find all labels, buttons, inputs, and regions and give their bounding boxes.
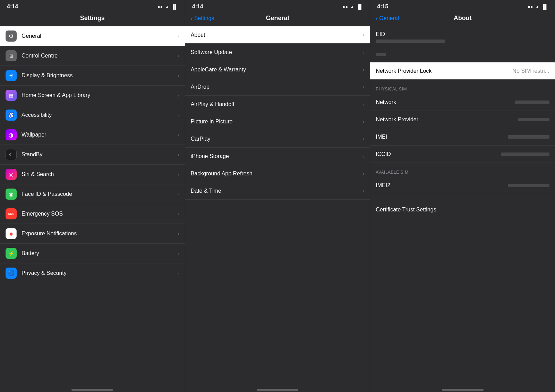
- standby-icon: ☾: [6, 149, 17, 160]
- imei-title: IMEI: [376, 134, 387, 140]
- status-time-1: 4:14: [7, 3, 18, 10]
- settings-row-privacy[interactable]: 🔵 Privacy & Security ›: [0, 263, 185, 283]
- siri-icon: ◎: [6, 169, 17, 180]
- general-row-storage[interactable]: iPhone Storage ›: [185, 148, 370, 165]
- applecare-label: AppleCare & Warranty: [191, 67, 246, 73]
- about-row-iccid: ICCID: [370, 146, 555, 163]
- imei2-title: IMEI2: [376, 182, 390, 189]
- settings-row-homescreen[interactable]: ▦ Home Screen & App Library ›: [0, 86, 185, 105]
- battery-icon-2: ▐▌: [357, 4, 363, 9]
- signal-icon-1: ●●: [157, 4, 163, 9]
- general-row-airdrop[interactable]: AirDrop ›: [185, 78, 370, 96]
- faceid-label: Face ID & Passcode: [22, 191, 178, 197]
- faceid-icon: ◉: [6, 189, 17, 200]
- home-bar-3: [442, 389, 484, 391]
- about-list[interactable]: EID Network Provider Lock No SIM restri.…: [370, 26, 555, 385]
- settings-row-siri[interactable]: ◎ Siri & Search ›: [0, 165, 185, 184]
- home-bar-1: [71, 389, 113, 391]
- privacy-label: Privacy & Security: [22, 270, 178, 276]
- settings-row-standby[interactable]: ☾ StandBy ›: [0, 145, 185, 165]
- general-list[interactable]: About › Software Update › AppleCare & Wa…: [185, 26, 370, 385]
- chevron-sos: ›: [178, 211, 179, 217]
- nav-bar-1: Settings: [0, 12, 185, 26]
- status-icons-1: ●● ▲ ▐▌: [157, 4, 178, 9]
- chevron-about: ›: [362, 32, 364, 38]
- general-row-applecare[interactable]: AppleCare & Warranty ›: [185, 61, 370, 78]
- nplock-value: No SIM restri...: [512, 68, 549, 74]
- eid-title: EID: [376, 31, 385, 37]
- status-icons-2: ●● ▲ ▐▌: [342, 4, 363, 9]
- settings-row-exposure[interactable]: ● Exposure Notifications ›: [0, 224, 185, 244]
- nav-title-2: General: [266, 15, 289, 22]
- sos-icon: SOS: [6, 208, 17, 219]
- netprovider-title: Network Provider: [376, 116, 418, 123]
- chevron-faceid: ›: [178, 191, 179, 197]
- chevron-bgrefresh: ›: [362, 171, 364, 177]
- settings-list-1[interactable]: ⚙ General › ⊞ Control Centre › ☀ Display…: [0, 26, 185, 385]
- wifi-icon-1: ▲: [165, 4, 169, 9]
- settings-row-battery[interactable]: ⚡ Battery ›: [0, 244, 185, 263]
- nav-title-3: About: [454, 15, 472, 22]
- display-icon: ☀: [6, 70, 17, 81]
- general-row-pip[interactable]: Picture in Picture ›: [185, 113, 370, 130]
- back-label-about: General: [379, 15, 399, 21]
- general-row-about[interactable]: About ›: [185, 26, 370, 44]
- wallpaper-label: Wallpaper: [22, 132, 178, 138]
- about-row-cert[interactable]: Certificate Trust Settings: [370, 201, 555, 218]
- nav-bar-3: ‹ General About: [370, 12, 555, 26]
- settings-row-general[interactable]: ⚙ General ›: [0, 26, 185, 46]
- standby-label: StandBy: [22, 151, 178, 158]
- eid-value: [376, 40, 445, 43]
- homescreen-icon: ▦: [6, 90, 17, 101]
- status-icons-3: ●● ▲ ▐▌: [528, 4, 548, 9]
- about-row-netprovider: Network Provider: [370, 111, 555, 128]
- general-panel: 4:14 ●● ▲ ▐▌ ‹ Settings General About › …: [185, 0, 370, 392]
- chevron-back-general: ‹: [191, 15, 193, 21]
- control-icon: ⊞: [6, 50, 17, 61]
- nav-back-about[interactable]: ‹ General: [376, 15, 399, 21]
- settings-row-accessibility[interactable]: ♿ Accessibility ›: [0, 105, 185, 125]
- privacy-icon: 🔵: [6, 268, 17, 279]
- status-time-2: 4:14: [192, 3, 203, 10]
- eid-extra-value: [376, 53, 386, 56]
- settings-row-control[interactable]: ⊞ Control Centre ›: [0, 46, 185, 66]
- netprovider-value: [518, 118, 549, 121]
- accessibility-icon: ♿: [6, 110, 17, 121]
- status-bar-1: 4:14 ●● ▲ ▐▌: [0, 0, 185, 12]
- about-panel: 4:15 ●● ▲ ▐▌ ‹ General About EID Network…: [370, 0, 555, 392]
- status-bar-3: 4:15 ●● ▲ ▐▌: [370, 0, 555, 12]
- settings-row-sos[interactable]: SOS Emergency SOS ›: [0, 204, 185, 224]
- about-row-eid: EID: [370, 26, 555, 48]
- chevron-pip: ›: [362, 119, 364, 125]
- chevron-software: ›: [362, 49, 364, 55]
- general-row-bgrefresh[interactable]: Background App Refresh ›: [185, 165, 370, 182]
- nav-back-general[interactable]: ‹ Settings: [191, 15, 214, 21]
- general-icon: ⚙: [6, 31, 17, 42]
- general-row-datetime[interactable]: Date & Time ›: [185, 182, 370, 200]
- settings-row-faceid[interactable]: ◉ Face ID & Passcode ›: [0, 184, 185, 204]
- general-row-carplay[interactable]: CarPlay ›: [185, 130, 370, 148]
- about-row-network: Network: [370, 94, 555, 111]
- chevron-standby: ›: [178, 152, 179, 157]
- battery-icon-3: ▐▌: [542, 4, 548, 9]
- settings-row-display[interactable]: ☀ Display & Brightness ›: [0, 66, 185, 86]
- sos-label: Emergency SOS: [22, 211, 178, 217]
- wallpaper-icon: ◑: [6, 129, 17, 140]
- home-indicator-2: [185, 385, 370, 392]
- chevron-accessibility: ›: [178, 112, 179, 118]
- software-label: Software Update: [191, 49, 232, 55]
- settings-panel: 4:14 ●● ▲ ▐▌ Settings ⚙ General › ⊞ Cont…: [0, 0, 185, 392]
- imei-value: [508, 135, 549, 139]
- chevron-general: ›: [178, 33, 179, 39]
- chevron-display: ›: [178, 73, 179, 78]
- settings-row-wallpaper[interactable]: ◑ Wallpaper ›: [0, 125, 185, 145]
- general-row-airplay[interactable]: AirPlay & Handoff ›: [185, 96, 370, 113]
- exposure-icon: ●: [6, 228, 17, 239]
- airdrop-label: AirDrop: [191, 84, 210, 90]
- about-row-nplock[interactable]: Network Provider Lock No SIM restri...: [370, 62, 555, 80]
- chevron-airdrop: ›: [362, 84, 364, 90]
- general-row-software[interactable]: Software Update ›: [185, 44, 370, 61]
- battery-row-icon: ⚡: [6, 248, 17, 259]
- signal-icon-2: ●●: [342, 4, 348, 9]
- imei2-value: [508, 184, 549, 187]
